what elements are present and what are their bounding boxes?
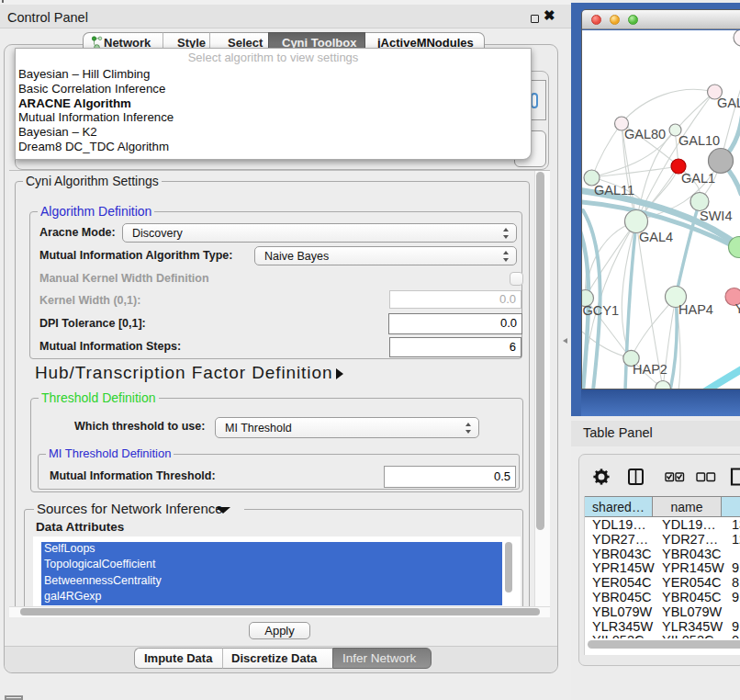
svg-text:HAP2: HAP2: [633, 362, 667, 377]
svg-text:GCY1: GCY1: [583, 303, 620, 318]
svg-text:GAL80: GAL80: [624, 127, 666, 141]
svg-text:SWI4: SWI4: [700, 209, 732, 223]
svg-text:GAL11: GAL11: [594, 183, 634, 198]
svg-text:GAL4: GAL4: [639, 230, 673, 244]
svg-text:Y: Y: [735, 301, 740, 316]
svg-text:GAL2: GAL2: [717, 96, 740, 110]
svg-text:HAP4: HAP4: [678, 302, 713, 317]
svg-text:GAL1: GAL1: [681, 171, 715, 186]
svg-text:GAL10: GAL10: [678, 133, 720, 148]
